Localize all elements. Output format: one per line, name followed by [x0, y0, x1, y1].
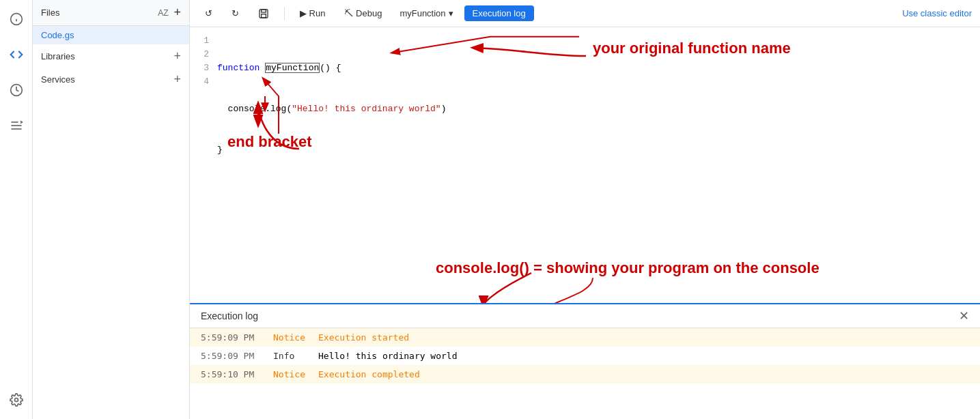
code-line-1: function myFunction() {	[217, 61, 980, 75]
code-container: 1 2 3 4 function myFunction() { console.…	[190, 27, 980, 303]
info-icon[interactable]	[5, 8, 27, 30]
code-content[interactable]: function myFunction() { console.log("Hel…	[217, 33, 980, 298]
log-level-2: Info	[273, 351, 307, 361]
execution-log-button[interactable]: Execution log	[464, 5, 534, 21]
services-label: Services	[41, 74, 75, 85]
add-file-button[interactable]: +	[173, 5, 181, 20]
sidebar-header: Files AZ +	[33, 0, 189, 26]
sidebar-header-icons: AZ +	[158, 5, 181, 20]
main-area: ↺ ↻ ▶ Run ⛏ Debug myFunction ▾ Execution…	[190, 0, 980, 419]
save-button[interactable]	[251, 5, 276, 22]
log-rows: 5:59:09 PM Notice Execution started 5:59…	[190, 328, 980, 419]
line-num-2: 2	[190, 48, 209, 61]
close-execution-log-button[interactable]: ✕	[959, 310, 969, 322]
add-service-button[interactable]: +	[173, 73, 181, 85]
sidebar: Files AZ + Code.gs Libraries + Services …	[33, 0, 190, 419]
dropdown-chevron-icon: ▾	[449, 8, 453, 18]
log-row-1: 5:59:09 PM Notice Execution started	[190, 328, 980, 347]
undo-button[interactable]: ↺	[198, 5, 219, 21]
file-name: Code.gs	[41, 30, 74, 40]
line-num-3: 3	[190, 61, 209, 75]
log-message-1: Execution started	[318, 332, 409, 343]
log-level-3: Notice	[273, 369, 307, 379]
line-num-4: 4	[190, 75, 209, 89]
debug-button[interactable]: ⛏ Debug	[337, 5, 389, 21]
sidebar-files-title: Files	[41, 8, 59, 18]
svg-point-7	[14, 399, 18, 402]
sort-az-label[interactable]: AZ	[158, 8, 168, 18]
execution-log-title: Execution log	[201, 310, 258, 321]
redo-button[interactable]: ↻	[225, 5, 246, 21]
log-message-3: Execution completed	[318, 369, 420, 379]
code-editor-icon[interactable]	[5, 44, 27, 66]
settings-icon[interactable]	[5, 389, 27, 411]
log-message-2: Hello! this ordinary world	[318, 351, 458, 361]
add-library-button[interactable]: +	[173, 50, 181, 62]
log-time-1: 5:59:09 PM	[201, 332, 262, 343]
code-line-3: }	[217, 143, 980, 157]
line-num-1: 1	[190, 34, 209, 48]
log-row-2: 5:59:09 PM Info Hello! this ordinary wor…	[190, 347, 980, 365]
clock-icon[interactable]	[5, 79, 27, 101]
sidebar-section-libraries[interactable]: Libraries +	[33, 44, 189, 68]
sidebar-section-services[interactable]: Services +	[33, 68, 189, 91]
code-line-2: console.log("Hello! this ordinary world"…	[217, 102, 980, 116]
svg-rect-9	[262, 10, 266, 12]
line-numbers: 1 2 3 4	[190, 33, 217, 298]
toolbar: ↺ ↻ ▶ Run ⛏ Debug myFunction ▾ Execution…	[190, 0, 980, 27]
sidebar-file-code[interactable]: Code.gs	[33, 26, 189, 44]
log-time-3: 5:59:10 PM	[201, 369, 262, 379]
log-level-1: Notice	[273, 332, 307, 343]
icon-bar	[0, 0, 33, 419]
classic-editor-link[interactable]: Use classic editor	[902, 8, 972, 18]
execution-log-panel: Execution log ✕ 5:59:09 PM Notice Execut…	[190, 303, 980, 419]
triggers-icon[interactable]	[5, 115, 27, 136]
log-row-3: 5:59:10 PM Notice Execution completed	[190, 365, 980, 384]
editor-area[interactable]: 1 2 3 4 function myFunction() { console.…	[190, 27, 980, 303]
separator-1	[284, 7, 285, 20]
run-button[interactable]: ▶ Run	[293, 5, 332, 21]
code-line-4	[217, 184, 980, 198]
function-name-label: myFunction	[400, 8, 445, 18]
log-time-2: 5:59:09 PM	[201, 351, 262, 361]
svg-rect-10	[262, 14, 266, 17]
libraries-label: Libraries	[41, 51, 75, 61]
function-selector[interactable]: myFunction ▾	[394, 5, 458, 21]
execution-log-header: Execution log ✕	[190, 304, 980, 328]
